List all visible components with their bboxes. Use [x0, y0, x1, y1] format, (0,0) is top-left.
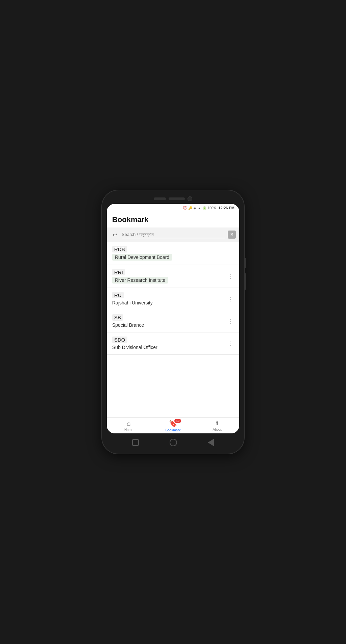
nav-item-about[interactable]: ℹ About [195, 420, 239, 432]
item-menu-button[interactable]: ⋮ [227, 294, 235, 303]
battery-percent: 100% [208, 206, 217, 210]
nav-item-home[interactable]: ⌂ Home [107, 420, 151, 432]
nav-label-bookmark: Bookmark [166, 428, 181, 432]
nav-label-home: Home [124, 428, 133, 432]
alarm-icon: ⏰ [183, 206, 187, 210]
item-menu-button[interactable]: ⋮ [227, 317, 235, 326]
nav-label-about: About [213, 428, 222, 431]
item-abbr: RDB [112, 246, 127, 252]
search-input-wrap [122, 231, 225, 238]
search-back-button[interactable]: ↩ [110, 230, 119, 239]
item-abbr: RRI [112, 269, 125, 275]
item-full: Rural Development Board [112, 254, 172, 261]
search-input[interactable] [122, 232, 225, 237]
status-time: 12:26 PM [218, 206, 234, 210]
item-abbr: SB [112, 314, 123, 321]
battery-icon: 🔋 [202, 206, 206, 210]
nav-item-bookmark[interactable]: 🔖 10 Bookmark [151, 420, 195, 432]
home-hardware-button[interactable] [170, 439, 177, 446]
sensor-pill-1 [154, 197, 166, 200]
status-bar: ⏰ 🔑 ◈ ▲ 🔋 100% 12:26 PM [107, 204, 239, 211]
item-full: Special Brance [112, 322, 144, 328]
item-full: Sub Divisional Officer [112, 345, 157, 350]
item-full: Rajshahi University [112, 300, 153, 305]
search-bar: ↩ ✕ [107, 227, 239, 242]
phone-bottom-nav [107, 435, 239, 448]
recent-apps-button[interactable] [132, 439, 139, 446]
list-item[interactable]: RDB Rural Development Board [107, 242, 239, 265]
speaker [169, 197, 185, 200]
item-full: River Research Institute [112, 277, 168, 284]
wifi-icon: ◈ [194, 206, 196, 210]
back-hardware-button[interactable] [208, 439, 214, 446]
item-menu-button[interactable]: ⋮ [227, 339, 235, 348]
power-button [244, 258, 246, 268]
signal-icon: ▲ [198, 206, 201, 210]
list-item[interactable]: RRI ⋮ River Research Institute [107, 265, 239, 288]
camera [188, 196, 192, 201]
volume-button [244, 273, 246, 290]
list-item[interactable]: RU ⋮ Rajshahi University [107, 288, 239, 310]
phone-sensors [107, 196, 239, 201]
list-container: RDB Rural Development Board RRI ⋮ River … [107, 242, 239, 417]
status-icons: ⏰ 🔑 ◈ ▲ 🔋 100% [183, 206, 216, 210]
search-clear-button[interactable]: ✕ [228, 231, 236, 239]
item-abbr: RU [112, 292, 124, 298]
item-abbr: SDO [112, 337, 127, 343]
page-title: Bookmark [112, 215, 149, 224]
info-icon: ℹ [216, 420, 218, 427]
phone-screen: ⏰ 🔑 ◈ ▲ 🔋 100% 12:26 PM Bookmark ↩ ✕ [107, 204, 239, 433]
item-menu-button[interactable]: ⋮ [227, 272, 235, 281]
key-icon: 🔑 [188, 206, 192, 210]
list-item[interactable]: SB ⋮ Special Brance [107, 310, 239, 332]
bookmark-badge: 10 [174, 419, 181, 423]
list-item[interactable]: SDO ⋮ Sub Divisional Officer [107, 332, 239, 355]
home-icon: ⌂ [127, 420, 131, 427]
phone-device: ⏰ 🔑 ◈ ▲ 🔋 100% 12:26 PM Bookmark ↩ ✕ [102, 190, 244, 454]
app-header: Bookmark [107, 211, 239, 227]
bottom-nav: ⌂ Home 🔖 10 Bookmark ℹ About [107, 417, 239, 433]
